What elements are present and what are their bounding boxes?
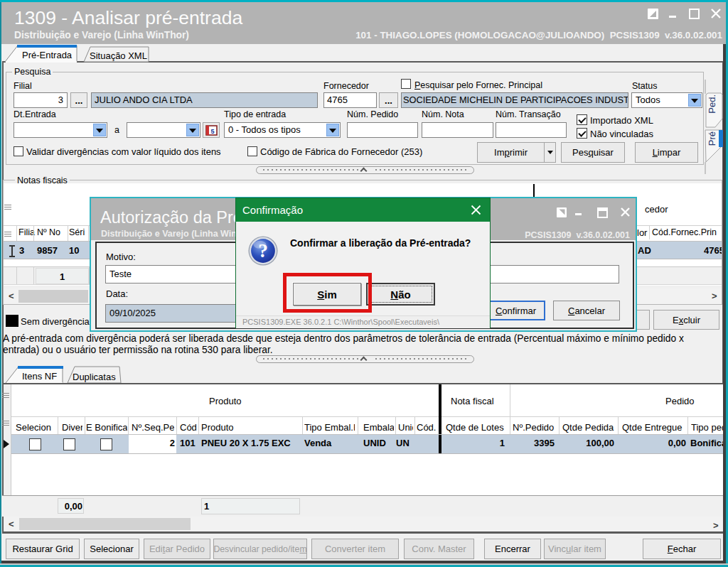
svg-text:5: 5: [210, 128, 214, 135]
svg-text:?: ?: [258, 240, 268, 261]
